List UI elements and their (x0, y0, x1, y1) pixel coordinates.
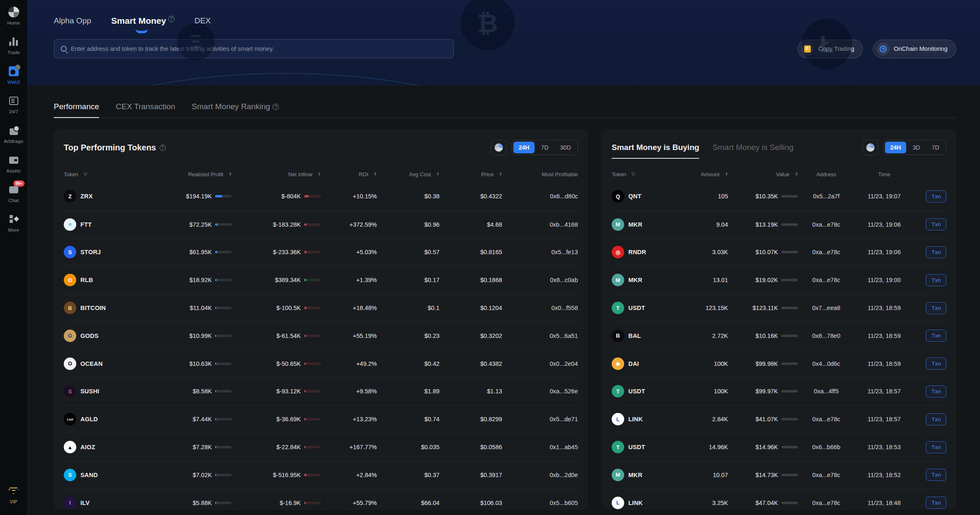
nav-dex[interactable]: DEX (195, 16, 211, 25)
filter-icon[interactable]: ▽ (84, 172, 87, 177)
period-option-7d[interactable]: 7D (926, 142, 945, 153)
sidebar-item-247[interactable]: 24/7 (0, 95, 27, 114)
most-profitable-address[interactable]: 0xa...526e (550, 388, 578, 395)
sidebar-item-trade[interactable]: Trade (0, 36, 27, 55)
most-profitable-address[interactable]: 0xb...2d0e (550, 472, 578, 478)
wallet-address[interactable]: 0x8...78e0 (812, 332, 840, 339)
table-row[interactable]: Z ZRX $194.19K $-804K +10.15% $0.38 $0.4… (64, 182, 578, 210)
sidebar-item-assets[interactable]: Assets (0, 155, 27, 173)
nav-alpha-opp[interactable]: Alpha Opp (54, 16, 91, 25)
txn-button[interactable]: Txn (926, 218, 946, 230)
most-profitable-address[interactable]: 0x5...b605 (550, 500, 578, 506)
most-profitable-address[interactable]: 0xb...4168 (550, 221, 578, 228)
table-row[interactable]: ◈ DAI 100K $99.98K 0x4...0d6c 11/23, 18:… (612, 350, 946, 378)
wallet-address[interactable]: 0xa...e78c (812, 416, 840, 422)
table-row[interactable]: ≡ FTT $72.25K $-183.28K +372.59% $0.96 $… (64, 210, 578, 238)
table-row[interactable]: M MKR 13.01 $19.02K 0xa...e78c 11/23, 19… (612, 266, 946, 294)
tab-smart-money-buying[interactable]: Smart Money is Buying (612, 130, 699, 165)
wallet-address[interactable]: 0x4...0d6c (812, 360, 840, 367)
sidebar-item-vip[interactable]: VIP (0, 485, 27, 504)
period-option-3d[interactable]: 3D (907, 142, 925, 153)
tab-performance[interactable]: Performance (54, 102, 99, 118)
table-row[interactable]: B BITCOIN $11.04K $-100.5K +18.48% $0.1 … (64, 294, 578, 322)
sidebar-item-chat[interactable]: 99+ Chat (0, 184, 27, 203)
sidebar-item-web3[interactable]: Web3 (0, 66, 27, 85)
txn-button[interactable]: Txn (926, 246, 946, 258)
most-profitable-address[interactable]: 0x5...fe13 (551, 249, 578, 255)
sort-icon[interactable]: ▲▼ (499, 172, 502, 176)
table-row[interactable]: T USDT 100K $99.97K 0xa...4ff5 11/23, 18… (612, 378, 946, 405)
txn-button[interactable]: Txn (926, 413, 946, 425)
period-option-24h[interactable]: 24H (513, 142, 535, 153)
sort-icon[interactable]: ▲▼ (374, 172, 377, 176)
table-row[interactable]: Q QNT 105 $10.35K 0x5...2a7f 11/23, 19:0… (612, 182, 946, 210)
table-row[interactable]: S STORJ $61.95K $-233.36K +5.03% $0.57 $… (64, 238, 578, 266)
chart-view-button[interactable] (491, 140, 507, 155)
txn-button[interactable]: Txn (926, 274, 946, 286)
txn-button[interactable]: Txn (926, 330, 946, 342)
sidebar-item-home[interactable]: Home (0, 7, 27, 25)
sidebar-item-more[interactable]: More (0, 214, 27, 232)
wallet-address[interactable]: 0x5...2a7f (813, 193, 840, 200)
txn-button[interactable]: Txn (926, 302, 946, 314)
period-option-30d[interactable]: 30D (555, 142, 576, 153)
txn-button[interactable]: Txn (926, 190, 946, 202)
table-row[interactable]: ◎ RNDR 3.03K $10.07K 0xa...e78c 11/23, 1… (612, 238, 946, 266)
wallet-address[interactable]: 0xa...e78c (812, 277, 840, 283)
help-icon[interactable]: ? (160, 145, 166, 151)
most-profitable-address[interactable]: 0x5...6a51 (550, 332, 578, 339)
table-row[interactable]: L LINK 3.25K $47.04K 0xa...e78c 11/23, 1… (612, 489, 946, 510)
table-row[interactable]: Loot AGLD $7.44K $-36.69K +13.23% $0.74 … (64, 405, 578, 433)
table-row[interactable]: B BAL 2.72K $10.16K 0x8...78e0 11/23, 18… (612, 322, 946, 350)
table-row[interactable]: S SUSHI $8.58K $-93.12K +9.58% $1.89 $1.… (64, 378, 578, 405)
table-row[interactable]: I ILV $5.88K $-16.9K +55.79% $66.04 $106… (64, 489, 578, 510)
nav-smart-money[interactable]: Smart Money ? (111, 16, 175, 26)
search-input[interactable] (71, 45, 447, 52)
sort-icon[interactable]: ▲▼ (318, 172, 321, 176)
tab-cex-transaction[interactable]: CEX Transaction (116, 102, 175, 118)
sort-icon[interactable]: ▲▼ (229, 172, 232, 176)
wallet-address[interactable]: 0x6...b66b (812, 444, 840, 450)
table-row[interactable]: ▲ AIOZ $7.28K $-22.84K +167.77% $0.035 $… (64, 433, 578, 461)
txn-button[interactable]: Txn (926, 385, 946, 398)
table-row[interactable]: M MKR 9.04 $13.19K 0xa...e78c 11/23, 19:… (612, 210, 946, 238)
table-row[interactable]: G GODS $10.99K $-61.54K +55.19% $0.23 $0… (64, 322, 578, 350)
table-row[interactable]: T USDT 14.96K $14.96K 0x6...b66b 11/23, … (612, 433, 946, 461)
sort-icon[interactable]: ▲▼ (436, 172, 439, 176)
table-row[interactable]: M MKR 10.07 $14.73K 0xa...e78c 11/23, 18… (612, 461, 946, 489)
period-option-7d[interactable]: 7D (535, 142, 554, 153)
most-profitable-address[interactable]: 0x8...c0ab (550, 277, 578, 283)
sidebar-item-arbitrage[interactable]: Arbitrage (0, 125, 27, 144)
onchain-monitoring-button[interactable]: OnChain Monitoring (873, 40, 956, 58)
wallet-address[interactable]: 0xa...e78c (812, 249, 840, 255)
table-row[interactable]: T USDT 123.15K $123.11K 0x7...eea8 11/23… (612, 294, 946, 322)
table-row[interactable]: O OCEAN $10.63K $-50.65K +49.2% $0.42 $0… (64, 350, 578, 378)
wallet-address[interactable]: 0xa...e78c (812, 500, 840, 506)
sort-icon[interactable]: ▲▼ (795, 172, 798, 176)
period-option-24h[interactable]: 24H (885, 142, 907, 153)
most-profitable-address[interactable]: 0x0...2e04 (550, 360, 578, 367)
wallet-address[interactable]: 0xa...e78c (812, 221, 840, 228)
chart-view-button[interactable] (862, 140, 878, 155)
wallet-address[interactable]: 0xa...e78c (812, 472, 840, 478)
table-row[interactable]: S SAND $7.02K $-516.95K +2.84% $0.37 $0.… (64, 461, 578, 489)
most-profitable-address[interactable]: 0x5...de71 (550, 416, 578, 422)
wallet-address[interactable]: 0xa...4ff5 (814, 388, 838, 395)
tab-smart-money-selling[interactable]: Smart Money is Selling (712, 130, 793, 165)
tab-smart-money-ranking[interactable]: Smart Money Ranking ? (192, 102, 279, 118)
smart-money-search[interactable] (54, 39, 454, 58)
help-icon[interactable]: ? (272, 104, 279, 110)
most-profitable-address[interactable]: 0x6...d80c (550, 193, 578, 200)
txn-button[interactable]: Txn (926, 497, 946, 509)
most-profitable-address[interactable]: 0x0...f558 (551, 305, 578, 311)
sort-icon[interactable]: ▲▼ (725, 172, 728, 176)
help-icon[interactable]: ? (168, 16, 175, 22)
table-row[interactable]: O RLB $18.92K $389.34K +1.39% $0.17 $0.1… (64, 266, 578, 294)
txn-button[interactable]: Txn (926, 358, 946, 370)
txn-button[interactable]: Txn (926, 469, 946, 481)
table-row[interactable]: L LINK 2.84K $41.07K 0xa...e78c 11/23, 1… (612, 405, 946, 433)
wallet-address[interactable]: 0x7...eea8 (812, 305, 840, 311)
most-profitable-address[interactable]: 0x1...ab45 (550, 444, 578, 450)
txn-button[interactable]: Txn (926, 441, 946, 453)
filter-icon[interactable]: ▽ (632, 172, 635, 177)
